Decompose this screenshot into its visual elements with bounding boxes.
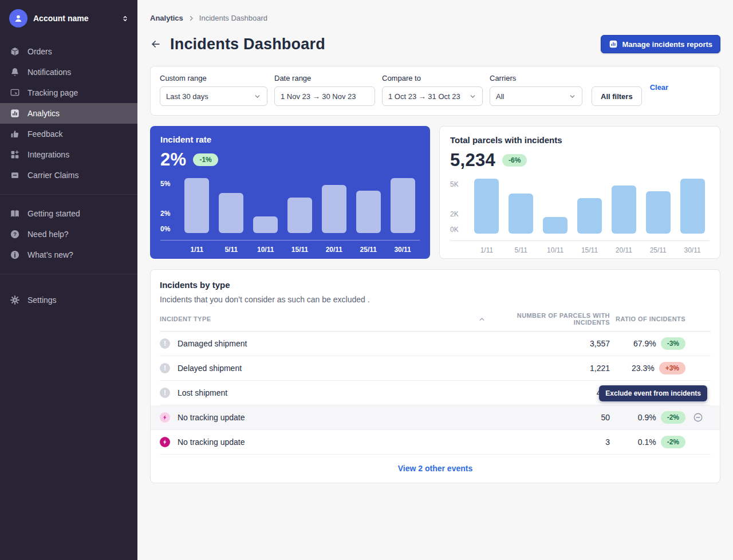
chevron-down-icon xyxy=(254,93,261,100)
manage-button-label: Manage incidents reports xyxy=(622,40,712,49)
bar-30/11 xyxy=(385,178,420,233)
table-row-no-tracking-update: No tracking update500.9%-2% xyxy=(151,405,720,430)
bar-25/11 xyxy=(351,191,385,233)
x-tick-label: 30/11 xyxy=(385,246,420,254)
x-tick-label: 10/11 xyxy=(249,246,283,254)
ratio-value: 23.3% xyxy=(632,364,655,373)
view-other-events-link[interactable]: View 2 other events xyxy=(398,464,472,473)
bar xyxy=(391,178,415,233)
bar xyxy=(219,193,243,233)
y-tick-label: 0K xyxy=(450,226,459,234)
incident-type: Damaged shipment xyxy=(178,339,478,348)
sidebar-item-label: Settings xyxy=(27,295,57,305)
kpi-value: 5,234 xyxy=(450,150,495,171)
account-switcher[interactable]: Account name xyxy=(0,0,137,36)
table-row-no-tracking-update: No tracking update30.1%-2% xyxy=(160,430,711,455)
x-tick-label: 5/11 xyxy=(214,246,249,254)
carriers-select[interactable]: All xyxy=(490,86,582,106)
table-footer: View 2 other events xyxy=(160,455,711,483)
breadcrumb-incidents-dashboard: Incidents Dashboard xyxy=(199,14,267,22)
custom-range-select[interactable]: Last 30 days xyxy=(160,86,267,106)
bar-1/11 xyxy=(470,179,504,234)
ratio-delta-badge: -2% xyxy=(661,436,685,448)
sidebar-item-need-help[interactable]: ?Need help? xyxy=(0,224,137,244)
column-parcels-sortable[interactable]: Number of parcels with incidents xyxy=(478,312,610,326)
bar xyxy=(509,194,533,234)
bar-5/11 xyxy=(214,193,249,233)
column-ratio: Ratio of incidents xyxy=(610,316,685,322)
browser-cursor-icon xyxy=(9,88,20,98)
table-row-delayed-shipment: !Delayed shipment1,22123.3%+3% xyxy=(160,356,711,381)
grid-plus-icon xyxy=(9,149,20,160)
custom-range-label: Custom range xyxy=(160,74,267,82)
manage-incidents-reports-button[interactable]: Manage incidents reports xyxy=(601,35,720,53)
incident-rate-card: Incident rate 2% -1% 5%2%0% 1/115/1110/1… xyxy=(150,126,430,259)
sidebar-item-analytics[interactable]: Analytics xyxy=(0,103,137,124)
parcels-count: 400 xyxy=(478,388,610,397)
exclude-tooltip: Exclude event from incidents xyxy=(599,385,707,401)
bar xyxy=(577,198,602,234)
bolt-magenta-icon xyxy=(160,437,170,447)
sidebar-item-label: Need help? xyxy=(27,230,69,239)
carriers-label: Carriers xyxy=(490,74,582,82)
sidebar-item-notifications[interactable]: Notifications xyxy=(0,62,137,82)
bar-15/11 xyxy=(573,198,607,234)
parcels-count: 1,221 xyxy=(478,364,610,373)
y-tick-label: 2% xyxy=(160,210,170,218)
chevron-up-down-icon xyxy=(121,14,129,23)
sidebar-item-integrations[interactable]: Integrations xyxy=(0,144,137,165)
x-axis-line xyxy=(160,240,420,240)
bar-25/11 xyxy=(641,191,675,234)
bar xyxy=(322,185,346,233)
x-tick-label: 15/11 xyxy=(283,246,317,254)
clear-filters-link[interactable]: Clear xyxy=(650,83,669,92)
bar xyxy=(543,217,568,234)
bolt-pink-icon xyxy=(160,412,170,423)
x-tick-label: 25/11 xyxy=(351,246,385,254)
incident-type: Lost shipment xyxy=(178,388,478,397)
bell-icon xyxy=(9,67,20,78)
parcels-count: 3,557 xyxy=(478,339,610,348)
avatar xyxy=(9,9,27,27)
custom-range-value: Last 30 days xyxy=(166,92,208,101)
sidebar-item-carrier-claims[interactable]: Carrier Claims xyxy=(0,165,137,186)
table-title: Incidents by type xyxy=(160,280,711,290)
breadcrumb-analytics[interactable]: Analytics xyxy=(150,14,183,22)
exclamation-icon: ! xyxy=(160,388,170,398)
box-minus-icon xyxy=(9,170,20,181)
ratio-delta-badge: -3% xyxy=(661,337,685,350)
y-tick-label: 0% xyxy=(160,226,170,233)
kpi-delta-badge: -1% xyxy=(193,153,218,166)
sidebar-item-label: Orders xyxy=(27,47,52,56)
incident-type: No tracking update xyxy=(178,437,478,447)
account-name: Account name xyxy=(33,14,115,23)
x-tick-label: 15/11 xyxy=(573,246,607,254)
bar-1/11 xyxy=(180,178,214,233)
sidebar-item-getting-started[interactable]: Getting started xyxy=(0,203,137,224)
sidebar-item-label: Analytics xyxy=(27,109,60,118)
sidebar-item-what-s-new[interactable]: What’s new? xyxy=(0,244,137,265)
exclude-event-button[interactable] xyxy=(693,412,703,423)
bar-20/11 xyxy=(606,186,641,234)
sidebar-item-label: What’s new? xyxy=(27,250,73,259)
back-arrow-icon[interactable] xyxy=(150,38,161,50)
date-range-input[interactable]: 1 Nov 23 → 30 Nov 23 xyxy=(274,86,375,106)
bar-10/11 xyxy=(249,216,283,233)
sidebar-item-tracking-page[interactable]: Tracking page xyxy=(0,82,137,103)
bar-10/11 xyxy=(538,217,573,234)
main-content: Analytics Incidents Dashboard Incidents … xyxy=(137,0,733,560)
all-filters-button[interactable]: All filters xyxy=(592,86,642,106)
sidebar-divider xyxy=(0,274,137,274)
kpi-value: 2% xyxy=(160,149,186,170)
package-icon xyxy=(9,46,20,57)
compare-to-value: 1 Oct 23 → 31 Oct 23 xyxy=(388,92,460,101)
incident-rate-chart: 5%2%0% 1/115/1110/1115/1120/1125/1130/11 xyxy=(160,178,420,254)
sidebar-item-feedback[interactable]: Feedback xyxy=(0,124,137,144)
sidebar-item-settings[interactable]: Settings xyxy=(0,290,137,310)
incidents-by-type-card: Incidents by type Incidents that you don… xyxy=(150,269,720,483)
x-tick-label: 1/11 xyxy=(470,246,504,254)
ratio-value: 67.9% xyxy=(633,339,656,348)
x-tick-label: 20/11 xyxy=(317,246,351,254)
compare-to-select[interactable]: 1 Oct 23 → 31 Oct 23 xyxy=(382,86,483,106)
sidebar-item-orders[interactable]: Orders xyxy=(0,41,137,62)
